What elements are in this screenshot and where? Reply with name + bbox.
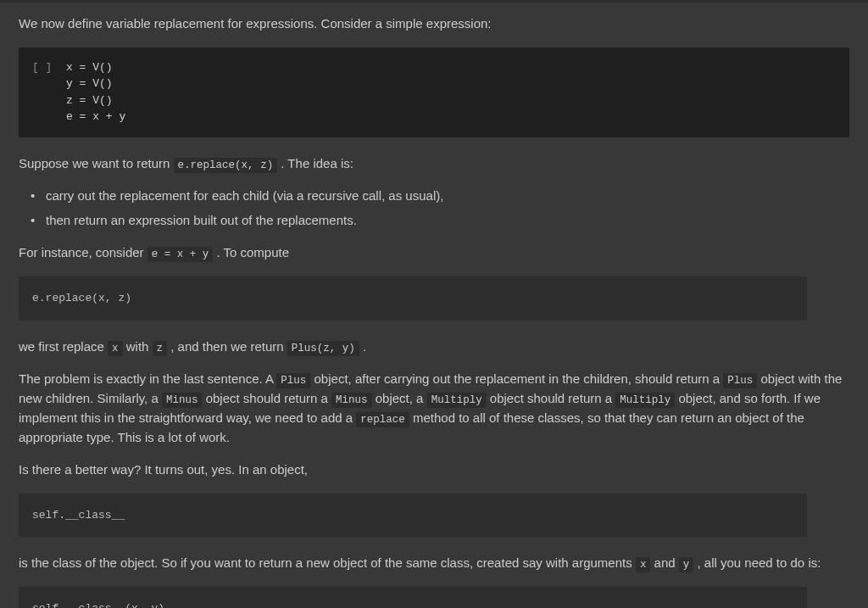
text-span: . (359, 339, 366, 354)
code-cell-input[interactable]: [ ] x = V() y = V() z = V() e = x + y (19, 47, 849, 137)
text-span: with (123, 339, 153, 354)
text-span: is the class of the object. So if you wa… (19, 555, 636, 570)
text-span: For instance, consider (19, 245, 147, 259)
text-span: Suppose we want to return (19, 156, 174, 170)
text-span: object should return a (202, 391, 331, 405)
paragraph-suppose: Suppose we want to return e.replace(x, z… (19, 154, 849, 174)
code-content[interactable]: x = V() y = V() z = V() e = x + y (66, 59, 125, 126)
inline-code: Multiply (615, 393, 675, 408)
list-item: carry out the replacement for each child… (46, 187, 849, 206)
inline-code: z (153, 341, 168, 356)
inline-code: x (636, 557, 651, 572)
paragraph-instance: For instance, consider e = x + y . To co… (19, 243, 849, 263)
text-span: . The idea is: (277, 156, 353, 170)
inline-code: e = x + y (147, 247, 214, 262)
text-span: , all you need to do is: (693, 555, 821, 570)
inline-code: Plus(z, y) (287, 341, 359, 356)
notebook-content: We now define variable replacement for e… (0, 3, 868, 608)
text-span: object, after carrying out the replaceme… (310, 371, 723, 386)
inline-code: Multiply (427, 393, 487, 408)
paragraph-problem: The problem is exactly in the last sente… (19, 370, 849, 447)
text-span: and (650, 555, 678, 570)
inline-code: y (679, 557, 694, 572)
inline-code: replace (356, 412, 409, 427)
list-item: then return an expression built out of t… (46, 211, 849, 231)
inline-code: Plus (276, 373, 310, 388)
code-block: self.__class__(x, y) (19, 587, 807, 608)
inline-code: Minus (162, 393, 203, 408)
text-span: we first replace (19, 339, 108, 354)
intro-paragraph: We now define variable replacement for e… (19, 14, 849, 34)
cell-prompt: [ ] (32, 59, 56, 126)
inline-code: x (108, 341, 123, 356)
inline-code: e.replace(x, z) (174, 158, 278, 173)
text-span: object should return a (487, 391, 616, 405)
text-span: object, a (372, 391, 427, 405)
inline-code: Minus (331, 393, 372, 408)
code-block: e.replace(x, z) (19, 276, 807, 321)
code-block: self.__class__ (19, 494, 807, 538)
inline-code: Plus (723, 373, 757, 388)
paragraph-class-of-object: is the class of the object. So if you wa… (19, 554, 849, 573)
paragraph-better-way: Is there a better way? It turns out, yes… (19, 460, 849, 480)
bullet-list: carry out the replacement for each child… (19, 187, 849, 230)
text-span: , and then we return (167, 339, 287, 354)
text-span: The problem is exactly in the last sente… (19, 371, 276, 386)
paragraph-first-replace: we first replace x with z , and then we … (19, 337, 849, 357)
text-span: . To compute (213, 245, 289, 259)
